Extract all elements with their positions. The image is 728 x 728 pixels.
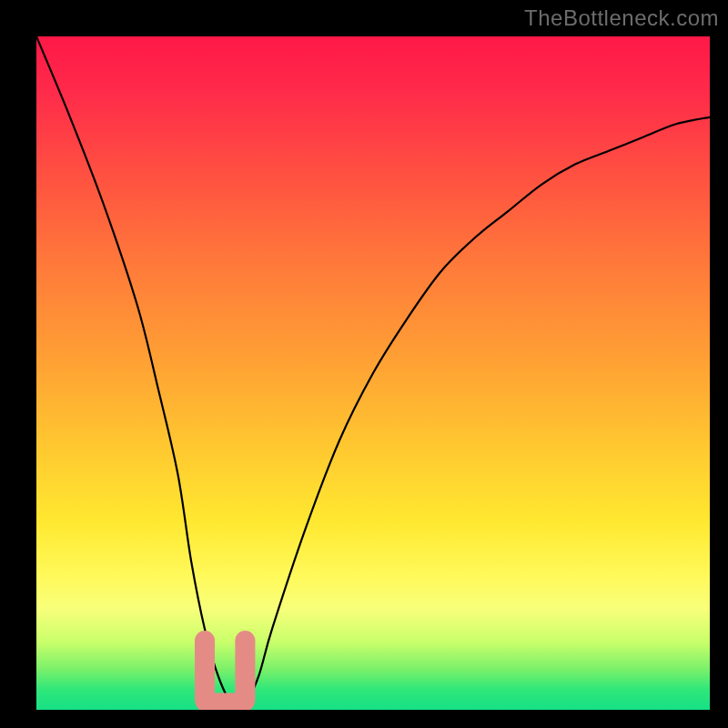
chart-frame: TheBottleneck.com (0, 0, 728, 728)
valley-marker-path (205, 642, 245, 703)
curve-svg (36, 36, 710, 710)
valley-marker-right-dot (235, 631, 255, 651)
bottleneck-curve-path (36, 36, 710, 706)
plot-area (36, 36, 710, 710)
valley-marker-left-dot (195, 631, 215, 651)
watermark-text: TheBottleneck.com (524, 5, 719, 31)
